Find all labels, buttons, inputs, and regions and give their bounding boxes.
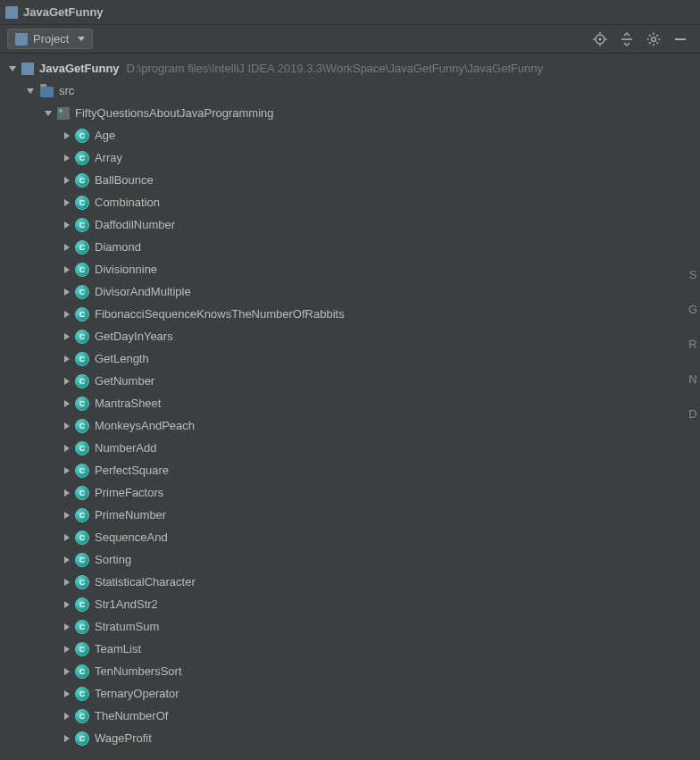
- expand-arrow-icon[interactable]: [64, 623, 70, 631]
- tree-row-class[interactable]: TenNumbersSort: [0, 660, 700, 682]
- right-strip-item[interactable]: S: [689, 268, 697, 281]
- tree-row-class[interactable]: TeamList: [0, 638, 700, 660]
- tree-row-class[interactable]: SequenceAnd: [0, 526, 700, 548]
- expand-arrow-icon[interactable]: [64, 713, 70, 720]
- expand-arrow-icon[interactable]: [64, 690, 70, 697]
- expand-arrow-icon[interactable]: [64, 333, 70, 340]
- expand-arrow-icon[interactable]: [64, 355, 70, 363]
- tree-row-class[interactable]: GetNumber: [0, 370, 700, 392]
- tree-row-class[interactable]: WageProfit: [0, 727, 700, 749]
- tree-row-class[interactable]: PrimeFactors: [0, 481, 700, 504]
- tree-row-class[interactable]: StatisticalCharacter: [0, 571, 700, 593]
- toolbar-actions: [593, 32, 693, 46]
- project-view-selector[interactable]: Project: [7, 29, 93, 49]
- tree-row-project-root[interactable]: JavaGetFunny D:\program files\IntelliJ I…: [0, 57, 700, 79]
- tree-row-class[interactable]: PrimeNumber: [0, 504, 700, 526]
- tree-row-class[interactable]: Diamond: [0, 236, 700, 258]
- tree-row-class[interactable]: GetLength: [0, 347, 700, 370]
- locate-icon[interactable]: [593, 32, 607, 46]
- package-icon: [57, 107, 70, 120]
- class-icon: [75, 597, 89, 612]
- class-label: Sorting: [95, 553, 131, 566]
- expand-arrow-icon[interactable]: [64, 735, 70, 742]
- class-icon: [75, 352, 89, 366]
- class-icon: [75, 731, 89, 746]
- expand-arrow-icon[interactable]: [64, 534, 70, 541]
- expand-arrow-icon[interactable]: [27, 88, 34, 94]
- tree-row-class[interactable]: BallBounce: [0, 169, 700, 191]
- tree-row-class[interactable]: StratumSum: [0, 615, 700, 638]
- class-label: Divisionnine: [95, 263, 157, 276]
- expand-arrow-icon[interactable]: [64, 601, 70, 608]
- tree-row-class[interactable]: Combination: [0, 191, 700, 213]
- expand-arrow-icon[interactable]: [64, 556, 70, 564]
- right-strip-item[interactable]: R: [688, 338, 696, 351]
- module-icon: [21, 63, 34, 75]
- tree-row-class[interactable]: Array: [0, 146, 700, 169]
- right-strip-item[interactable]: D: [688, 407, 696, 421]
- collapse-all-icon[interactable]: [620, 32, 634, 46]
- tree-row-class[interactable]: GetDayInYears: [0, 325, 700, 347]
- class-label: DaffodilNumber: [95, 218, 175, 231]
- class-label: TeamList: [95, 642, 141, 656]
- tree-row-class[interactable]: NumberAdd: [0, 437, 700, 459]
- expand-arrow-icon[interactable]: [64, 221, 70, 229]
- expand-arrow-icon[interactable]: [64, 489, 70, 497]
- tree-row-package[interactable]: FiftyQuestionsAboutJavaProgramming: [0, 102, 700, 124]
- class-label: GetNumber: [95, 374, 154, 388]
- svg-point-1: [599, 38, 602, 40]
- class-label: BallBounce: [95, 173, 154, 187]
- expand-arrow-icon[interactable]: [64, 199, 70, 206]
- expand-arrow-icon[interactable]: [64, 177, 70, 184]
- svg-point-7: [652, 37, 656, 41]
- expand-arrow-icon[interactable]: [64, 311, 70, 318]
- class-label: Array: [95, 151, 122, 164]
- right-strip-item[interactable]: G: [688, 303, 697, 316]
- expand-arrow-icon[interactable]: [64, 668, 70, 675]
- tree-row-class[interactable]: PerfectSquare: [0, 459, 700, 481]
- expand-arrow-icon[interactable]: [64, 266, 70, 273]
- expand-arrow-icon[interactable]: [64, 646, 70, 653]
- expand-arrow-icon[interactable]: [64, 288, 70, 296]
- expand-arrow-icon[interactable]: [64, 579, 70, 586]
- project-view-icon: [15, 33, 28, 46]
- tree-row-class[interactable]: Divisionnine: [0, 258, 700, 280]
- expand-arrow-icon[interactable]: [64, 422, 70, 430]
- project-tree[interactable]: JavaGetFunny D:\program files\IntelliJ I…: [0, 54, 700, 753]
- expand-arrow-icon[interactable]: [64, 400, 70, 407]
- class-label: GetLength: [95, 352, 149, 365]
- expand-arrow-icon[interactable]: [64, 244, 70, 251]
- expand-arrow-icon[interactable]: [64, 445, 70, 452]
- expand-arrow-icon[interactable]: [45, 111, 52, 116]
- tree-row-class[interactable]: TernaryOperator: [0, 682, 700, 705]
- tree-row-class[interactable]: Str1AndStr2: [0, 593, 700, 615]
- expand-arrow-icon[interactable]: [64, 378, 70, 385]
- tree-row-class[interactable]: TheNumberOf: [0, 705, 700, 727]
- tree-row-class[interactable]: FibonacciSequenceKnowsTheNumberOfRabbits: [0, 303, 700, 325]
- title-text: JavaGetFunny: [23, 5, 104, 19]
- right-strip-item[interactable]: N: [688, 372, 696, 386]
- expand-arrow-icon[interactable]: [64, 467, 70, 474]
- class-icon: [75, 642, 89, 656]
- expand-arrow-icon[interactable]: [64, 512, 70, 519]
- class-icon: [75, 263, 89, 277]
- class-icon: [75, 664, 89, 679]
- class-label: TheNumberOf: [95, 709, 168, 722]
- expand-arrow-icon[interactable]: [9, 66, 16, 71]
- tree-row-src[interactable]: src: [0, 79, 700, 102]
- tree-row-class[interactable]: Sorting: [0, 548, 700, 571]
- tree-row-class[interactable]: MantraSheet: [0, 392, 700, 414]
- settings-icon[interactable]: [646, 32, 661, 46]
- tree-row-class[interactable]: DaffodilNumber: [0, 213, 700, 236]
- app-icon: [5, 6, 18, 19]
- svg-line-14: [649, 42, 651, 44]
- tree-row-class[interactable]: MonkeysAndPeach: [0, 414, 700, 437]
- class-icon: [75, 285, 89, 299]
- tree-row-class[interactable]: Age: [0, 124, 700, 146]
- class-icon: [75, 218, 89, 232]
- expand-arrow-icon[interactable]: [64, 132, 70, 139]
- tree-row-class[interactable]: DivisorAndMultiple: [0, 280, 700, 303]
- hide-icon[interactable]: [673, 32, 688, 46]
- expand-arrow-icon[interactable]: [64, 155, 70, 162]
- class-icon: [75, 307, 89, 322]
